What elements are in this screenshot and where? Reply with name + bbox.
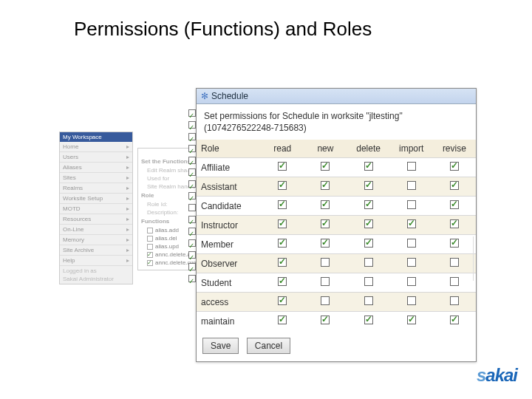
permission-checkbox[interactable] [450,258,459,267]
bg-nav-footer1: Logged in as [60,266,132,276]
role-name-cell: access [197,293,261,312]
table-row: Assistant [197,177,476,197]
table-row: Affiliate [197,158,476,177]
bg-nav-header: My Workspace [60,132,132,142]
perm-col-header: delete [347,140,390,158]
permission-checkbox[interactable] [450,181,459,190]
bg-nav-item: MOTD [60,204,132,214]
role-name-cell: Member [197,235,261,254]
bg-nav-item: Worksite Setup [60,194,132,204]
permission-checkbox[interactable] [321,181,330,190]
cancel-button[interactable]: Cancel [247,338,290,354]
permission-checkbox[interactable] [278,258,287,267]
permission-checkbox[interactable] [278,296,287,305]
bg-right-edge [473,236,495,281]
permission-checkbox[interactable] [364,316,373,324]
permission-checkbox[interactable] [407,200,416,209]
permission-checkbox[interactable] [407,162,416,171]
bg-func-checkbox [147,228,153,233]
role-name-cell: Student [197,273,261,293]
permission-checkbox[interactable] [278,181,287,190]
permission-checkbox[interactable] [364,239,373,248]
permission-checkbox[interactable] [321,296,330,305]
bg-nav-footer2: Sakai Administrator [60,276,132,284]
bg-nav-item: Aliases [60,163,132,173]
permission-checkbox[interactable] [450,239,459,248]
bg-func-checkbox [147,244,153,250]
bg-func-checkbox [147,236,153,242]
role-name-cell: Assistant [197,177,261,197]
permission-checkbox[interactable] [407,277,416,286]
permission-checkbox[interactable] [450,200,459,209]
role-name-cell: maintain [197,312,261,331]
table-row: Member [197,235,476,254]
perm-col-header: import [390,140,433,158]
permission-checkbox[interactable] [364,258,373,267]
table-row: Observer [197,254,476,273]
permission-checkbox[interactable] [278,277,287,286]
bg-nav-item: Memory [60,235,132,245]
permission-checkbox[interactable] [321,219,330,228]
permission-checkbox[interactable] [407,239,416,248]
role-name-cell: Candidate [197,197,261,216]
panel-header-title: Schedule [211,91,248,101]
bg-nav-item: Site Archive [60,245,132,256]
bg-checkbox-column [188,105,196,287]
permission-checkbox[interactable] [321,239,330,248]
permission-checkbox[interactable] [450,316,459,324]
permission-checkbox[interactable] [364,181,373,190]
permission-checkbox[interactable] [407,258,416,267]
slide-title: Permissions (Functions) and Roles [0,0,532,50]
permission-checkbox[interactable] [321,277,330,286]
snowflake-icon: ✻ [201,91,208,101]
permission-checkbox[interactable] [321,316,330,324]
permission-checkbox[interactable] [278,239,287,248]
permission-checkbox[interactable] [407,181,416,190]
permission-checkbox[interactable] [407,296,416,305]
permission-checkbox[interactable] [450,219,459,228]
bg-nav-item: Resources [60,214,132,225]
permission-checkbox[interactable] [364,296,373,305]
permissions-table: Rolereadnewdeleteimportrevise AffiliateA… [197,140,476,330]
perm-col-header: revise [433,140,476,158]
permission-checkbox[interactable] [364,200,373,209]
bg-nav-item: Help [60,256,132,266]
table-row: access [197,293,476,312]
perm-col-header: read [261,140,304,158]
panel-description: Set permissions for Schedule in worksite… [197,104,476,140]
table-row: maintain [197,312,476,331]
permission-checkbox[interactable] [278,200,287,209]
bg-left-nav: My Workspace HomeUsersAliasesSitesRealms… [59,132,133,284]
permission-checkbox[interactable] [407,316,416,324]
permission-checkbox[interactable] [278,316,287,324]
save-button[interactable]: Save [202,338,239,354]
permission-checkbox[interactable] [321,200,330,209]
permissions-panel: ✻ Schedule Set permissions for Schedule … [196,88,477,362]
perm-col-header: new [304,140,347,158]
permission-checkbox[interactable] [450,296,459,305]
bg-nav-item: Home [60,142,132,152]
table-row: Instructor [197,216,476,235]
table-row: Student [197,273,476,293]
permission-checkbox[interactable] [278,219,287,228]
perm-col-header: Role [197,140,261,158]
permission-checkbox[interactable] [321,258,330,267]
table-row: Candidate [197,197,476,216]
role-name-cell: Observer [197,254,261,273]
permission-checkbox[interactable] [364,219,373,228]
role-name-cell: Instructor [197,216,261,235]
permission-checkbox[interactable] [321,162,330,171]
bg-func-checkbox [147,252,153,258]
permission-checkbox[interactable] [278,162,287,171]
permission-checkbox[interactable] [364,277,373,286]
permission-checkbox[interactable] [450,162,459,171]
role-name-cell: Affiliate [197,158,261,177]
bg-func-checkbox [147,260,153,266]
bg-nav-item: On-Line [60,225,132,235]
permission-checkbox[interactable] [364,162,373,171]
bg-nav-item: Realms [60,183,132,194]
permission-checkbox[interactable] [450,277,459,286]
bg-nav-item: Sites [60,173,132,183]
sakai-logo: akai [477,365,517,386]
permission-checkbox[interactable] [407,219,416,228]
